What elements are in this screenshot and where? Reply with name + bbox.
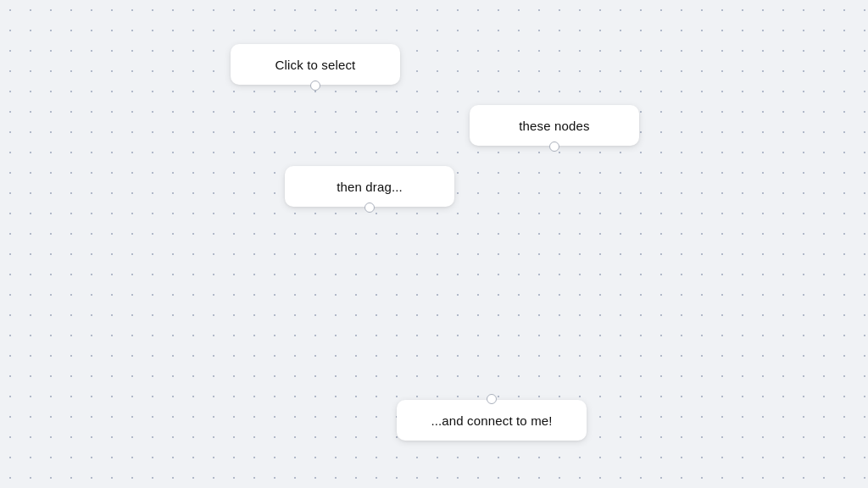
node-bottom-handle[interactable]: [549, 141, 559, 152]
canvas: Click to select these nodes then drag...…: [0, 0, 868, 488]
node-bottom-handle[interactable]: [310, 80, 320, 91]
node-bottom-handle[interactable]: [364, 202, 375, 213]
node-connect-to-me[interactable]: ...and connect to me!: [397, 400, 587, 441]
node-label: these nodes: [519, 119, 589, 133]
node-label: then drag...: [337, 180, 403, 194]
node-top-handle[interactable]: [487, 394, 497, 404]
node-then-drag[interactable]: then drag...: [285, 166, 454, 207]
node-these-nodes[interactable]: these nodes: [470, 105, 639, 146]
node-click-to-select[interactable]: Click to select: [231, 44, 400, 85]
node-label: ...and connect to me!: [431, 413, 552, 428]
node-label: Click to select: [275, 58, 356, 72]
